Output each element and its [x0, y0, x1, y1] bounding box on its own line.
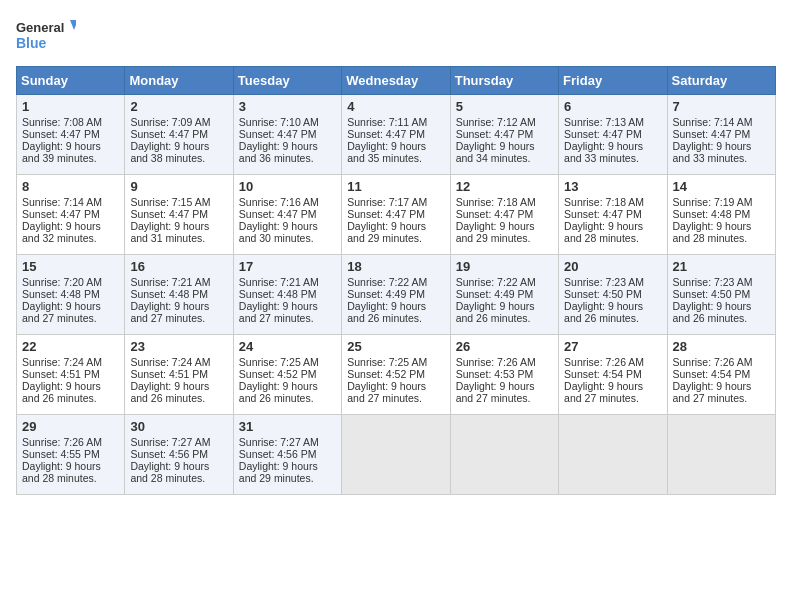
sunrise: Sunrise: 7:23 AM: [564, 276, 644, 288]
sunrise: Sunrise: 7:09 AM: [130, 116, 210, 128]
daylight: Daylight: 9 hours and 33 minutes.: [673, 140, 752, 164]
sunset: Sunset: 4:47 PM: [130, 208, 208, 220]
day-number: 3: [239, 99, 336, 114]
calendar-cell: 1Sunrise: 7:08 AMSunset: 4:47 PMDaylight…: [17, 95, 125, 175]
daylight: Daylight: 9 hours and 26 minutes.: [673, 300, 752, 324]
day-number: 20: [564, 259, 661, 274]
svg-marker-2: [70, 20, 76, 30]
sunrise: Sunrise: 7:25 AM: [239, 356, 319, 368]
calendar-cell: 19Sunrise: 7:22 AMSunset: 4:49 PMDayligh…: [450, 255, 558, 335]
day-number: 27: [564, 339, 661, 354]
sunset: Sunset: 4:55 PM: [22, 448, 100, 460]
sunrise: Sunrise: 7:18 AM: [564, 196, 644, 208]
day-number: 1: [22, 99, 119, 114]
calendar-cell: 11Sunrise: 7:17 AMSunset: 4:47 PMDayligh…: [342, 175, 450, 255]
sunrise: Sunrise: 7:14 AM: [673, 116, 753, 128]
daylight: Daylight: 9 hours and 26 minutes.: [22, 380, 101, 404]
daylight: Daylight: 9 hours and 29 minutes.: [456, 220, 535, 244]
sunrise: Sunrise: 7:22 AM: [347, 276, 427, 288]
daylight: Daylight: 9 hours and 27 minutes.: [239, 300, 318, 324]
day-number: 13: [564, 179, 661, 194]
calendar-cell: 25Sunrise: 7:25 AMSunset: 4:52 PMDayligh…: [342, 335, 450, 415]
sunset: Sunset: 4:53 PM: [456, 368, 534, 380]
sunset: Sunset: 4:50 PM: [673, 288, 751, 300]
sunset: Sunset: 4:47 PM: [564, 128, 642, 140]
sunset: Sunset: 4:47 PM: [347, 208, 425, 220]
calendar-cell: 13Sunrise: 7:18 AMSunset: 4:47 PMDayligh…: [559, 175, 667, 255]
calendar-cell: [450, 415, 558, 495]
sunrise: Sunrise: 7:17 AM: [347, 196, 427, 208]
day-number: 16: [130, 259, 227, 274]
calendar-cell: 15Sunrise: 7:20 AMSunset: 4:48 PMDayligh…: [17, 255, 125, 335]
day-number: 18: [347, 259, 444, 274]
sunrise: Sunrise: 7:14 AM: [22, 196, 102, 208]
sunset: Sunset: 4:56 PM: [239, 448, 317, 460]
calendar-cell: 6Sunrise: 7:13 AMSunset: 4:47 PMDaylight…: [559, 95, 667, 175]
daylight: Daylight: 9 hours and 28 minutes.: [564, 220, 643, 244]
sunrise: Sunrise: 7:12 AM: [456, 116, 536, 128]
header-day-sunday: Sunday: [17, 67, 125, 95]
week-row-5: 29Sunrise: 7:26 AMSunset: 4:55 PMDayligh…: [17, 415, 776, 495]
calendar-cell: 23Sunrise: 7:24 AMSunset: 4:51 PMDayligh…: [125, 335, 233, 415]
calendar-cell: 29Sunrise: 7:26 AMSunset: 4:55 PMDayligh…: [17, 415, 125, 495]
calendar-cell: 14Sunrise: 7:19 AMSunset: 4:48 PMDayligh…: [667, 175, 775, 255]
daylight: Daylight: 9 hours and 27 minutes.: [673, 380, 752, 404]
daylight: Daylight: 9 hours and 39 minutes.: [22, 140, 101, 164]
sunrise: Sunrise: 7:21 AM: [130, 276, 210, 288]
daylight: Daylight: 9 hours and 33 minutes.: [564, 140, 643, 164]
sunrise: Sunrise: 7:15 AM: [130, 196, 210, 208]
day-number: 7: [673, 99, 770, 114]
day-number: 14: [673, 179, 770, 194]
daylight: Daylight: 9 hours and 26 minutes.: [130, 380, 209, 404]
header-day-monday: Monday: [125, 67, 233, 95]
logo: General Blue: [16, 16, 76, 58]
daylight: Daylight: 9 hours and 36 minutes.: [239, 140, 318, 164]
sunrise: Sunrise: 7:26 AM: [564, 356, 644, 368]
daylight: Daylight: 9 hours and 31 minutes.: [130, 220, 209, 244]
sunrise: Sunrise: 7:26 AM: [673, 356, 753, 368]
day-number: 15: [22, 259, 119, 274]
day-number: 28: [673, 339, 770, 354]
sunset: Sunset: 4:47 PM: [130, 128, 208, 140]
sunset: Sunset: 4:54 PM: [564, 368, 642, 380]
calendar-cell: [667, 415, 775, 495]
day-number: 19: [456, 259, 553, 274]
sunrise: Sunrise: 7:26 AM: [22, 436, 102, 448]
calendar-cell: 2Sunrise: 7:09 AMSunset: 4:47 PMDaylight…: [125, 95, 233, 175]
sunrise: Sunrise: 7:10 AM: [239, 116, 319, 128]
sunrise: Sunrise: 7:25 AM: [347, 356, 427, 368]
sunset: Sunset: 4:48 PM: [130, 288, 208, 300]
calendar-cell: 22Sunrise: 7:24 AMSunset: 4:51 PMDayligh…: [17, 335, 125, 415]
calendar-table: SundayMondayTuesdayWednesdayThursdayFrid…: [16, 66, 776, 495]
sunrise: Sunrise: 7:27 AM: [239, 436, 319, 448]
day-number: 4: [347, 99, 444, 114]
sunset: Sunset: 4:52 PM: [347, 368, 425, 380]
daylight: Daylight: 9 hours and 30 minutes.: [239, 220, 318, 244]
sunset: Sunset: 4:47 PM: [239, 128, 317, 140]
daylight: Daylight: 9 hours and 26 minutes.: [239, 380, 318, 404]
calendar-cell: 20Sunrise: 7:23 AMSunset: 4:50 PMDayligh…: [559, 255, 667, 335]
sunrise: Sunrise: 7:11 AM: [347, 116, 427, 128]
calendar-cell: 8Sunrise: 7:14 AMSunset: 4:47 PMDaylight…: [17, 175, 125, 255]
sunset: Sunset: 4:49 PM: [347, 288, 425, 300]
day-number: 5: [456, 99, 553, 114]
calendar-cell: 10Sunrise: 7:16 AMSunset: 4:47 PMDayligh…: [233, 175, 341, 255]
sunset: Sunset: 4:47 PM: [22, 128, 100, 140]
day-number: 21: [673, 259, 770, 274]
calendar-cell: 24Sunrise: 7:25 AMSunset: 4:52 PMDayligh…: [233, 335, 341, 415]
day-number: 24: [239, 339, 336, 354]
sunset: Sunset: 4:47 PM: [673, 128, 751, 140]
sunrise: Sunrise: 7:24 AM: [130, 356, 210, 368]
calendar-cell: 9Sunrise: 7:15 AMSunset: 4:47 PMDaylight…: [125, 175, 233, 255]
day-number: 29: [22, 419, 119, 434]
week-row-3: 15Sunrise: 7:20 AMSunset: 4:48 PMDayligh…: [17, 255, 776, 335]
day-number: 2: [130, 99, 227, 114]
sunrise: Sunrise: 7:27 AM: [130, 436, 210, 448]
day-number: 8: [22, 179, 119, 194]
sunrise: Sunrise: 7:20 AM: [22, 276, 102, 288]
logo-svg: General Blue: [16, 16, 76, 58]
daylight: Daylight: 9 hours and 29 minutes.: [347, 220, 426, 244]
sunset: Sunset: 4:49 PM: [456, 288, 534, 300]
sunrise: Sunrise: 7:16 AM: [239, 196, 319, 208]
calendar-cell: 5Sunrise: 7:12 AMSunset: 4:47 PMDaylight…: [450, 95, 558, 175]
